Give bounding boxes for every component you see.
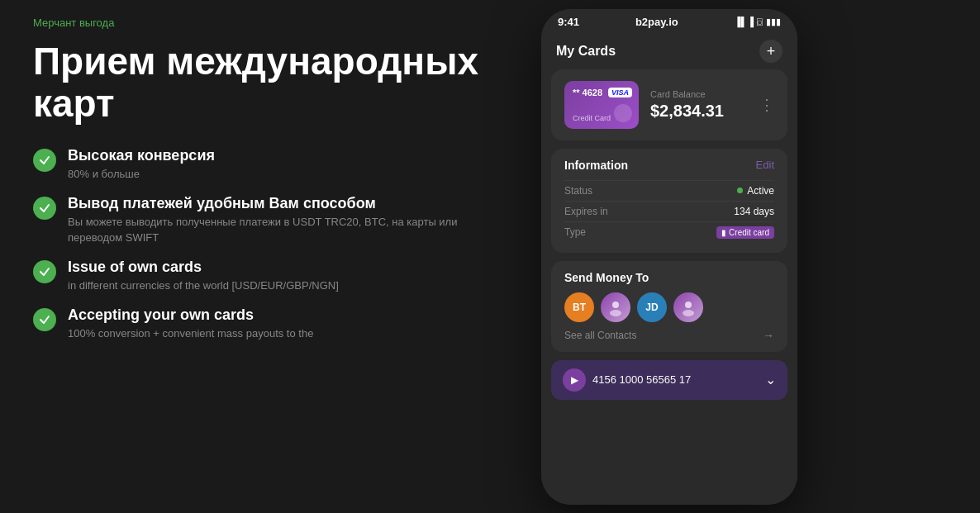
check-icon-3 [33,308,56,331]
merchant-badge: Мерчант выгода [33,17,496,29]
feature-item-3: Accepting your own cards 100% conversion… [33,306,496,341]
card-info: Card Balance $2,834.31 [650,89,748,121]
feature-title-2: Issue of own cards [68,259,339,276]
status-label: Status [564,185,592,197]
check-icon-2 [33,260,56,283]
feature-desc-0: 80% и больше [68,167,215,182]
status-bar: 9:41 b2pay.io ▐▌▐ ⌼ ▮▮▮ [541,9,797,31]
status-icons: ▐▌▐ ⌼ ▮▮▮ [735,17,781,27]
see-all-contacts-text: See all Contacts [564,330,636,341]
type-value: ▮ Credit card [716,226,774,239]
card-more-button[interactable]: ⋮ [759,96,774,114]
contact-person2[interactable] [673,292,703,322]
svg-point-2 [685,302,692,308]
see-all-row: See all Contacts → [564,329,774,342]
feature-item-2: Issue of own cards in different currenci… [33,259,496,293]
card-circle-decoration [614,104,632,122]
left-panel: Мерчант выгода Прием международных карт … [0,0,529,513]
credit-card-text: Credit card [729,228,769,237]
feature-desc-1: Вы можете выводить полученные платежи в … [68,215,496,245]
feature-content-0: Высокая конверсия 80% и больше [68,147,215,182]
right-panel: 9:41 b2pay.io ▐▌▐ ⌼ ▮▮▮ My Cards + ** 46 [529,0,818,513]
expires-label: Expires in [564,206,608,217]
status-text: Active [747,185,774,197]
add-card-button[interactable]: + [759,40,783,63]
feature-desc-3: 100% conversion + convenient mass payout… [68,326,313,341]
info-title: Information [564,159,628,172]
credit-card-icon: ▮ [721,228,726,237]
see-all-arrow-icon[interactable]: → [763,329,774,342]
contacts-row: BT JD [564,292,774,322]
svg-point-3 [683,310,694,316]
bottom-card-icon: ▶ [563,368,586,392]
card-last-digits: ** 4628 [573,88,602,97]
bottom-card-number: 4156 1000 56565 17 [592,373,765,386]
wifi-icon: ⌼ [757,17,763,26]
plus-icon: + [767,44,776,59]
balance-amount: $2,834.31 [650,102,748,121]
phone-content: My Cards + ** 4628 VISA Credit Card Card… [541,31,797,505]
info-row-type: Type ▮ Credit card [564,221,774,243]
card-visual: ** 4628 VISA Credit Card [564,81,639,129]
edit-button[interactable]: Edit [756,159,774,171]
feature-content-3: Accepting your own cards 100% conversion… [68,306,313,341]
balance-label: Card Balance [650,89,748,99]
status-time: 9:41 [558,16,579,28]
send-money-title: Send Money To [564,271,774,284]
feature-content-1: Вывод платежей удобным Вам способом Вы м… [68,195,496,245]
bottom-card-bar[interactable]: ▶ 4156 1000 56565 17 ⌄ [551,360,787,400]
check-icon-0 [33,149,56,172]
feature-title-0: Высокая конверсия [68,147,215,164]
svg-point-0 [612,302,619,308]
contact-person1[interactable] [601,292,630,322]
main-heading: Прием международных карт [33,40,496,124]
send-money-section: Send Money To BT JD See all Contacts → [551,261,787,352]
my-cards-title: My Cards [556,44,616,59]
card-widget: ** 4628 VISA Credit Card Card Balance $2… [551,69,787,140]
feature-title-1: Вывод платежей удобным Вам способом [68,195,496,212]
app-name: b2pay.io [635,16,678,28]
feature-desc-2: in different currencies of the world [US… [68,278,339,293]
info-row-expires: Expires in 134 days [564,201,774,221]
status-value: Active [737,185,774,197]
contact-jd[interactable]: JD [637,292,667,322]
expires-value: 134 days [734,206,774,217]
svg-point-1 [610,310,621,316]
info-header: Information Edit [564,159,774,172]
visa-logo: VISA [608,88,632,97]
feature-content-2: Issue of own cards in different currenci… [68,259,339,293]
credit-card-badge: ▮ Credit card [716,226,774,239]
signal-icon: ▐▌▐ [735,17,754,26]
contact-bt[interactable]: BT [564,292,594,322]
feature-item-0: Высокая конверсия 80% и больше [33,147,496,182]
type-label: Type [564,226,586,238]
check-icon-1 [33,197,56,220]
feature-list: Высокая конверсия 80% и больше Вывод пла… [33,147,496,341]
chevron-down-icon[interactable]: ⌄ [765,372,776,387]
my-cards-header: My Cards + [541,31,797,69]
status-active-dot [737,188,743,193]
info-row-status: Status Active [564,180,774,201]
information-section: Information Edit Status Active Expires i… [551,149,787,253]
feature-title-3: Accepting your own cards [68,306,313,324]
battery-icon: ▮▮▮ [766,17,781,27]
feature-item-1: Вывод платежей удобным Вам способом Вы м… [33,195,496,245]
phone-mockup: 9:41 b2pay.io ▐▌▐ ⌼ ▮▮▮ My Cards + ** 46 [541,9,797,505]
